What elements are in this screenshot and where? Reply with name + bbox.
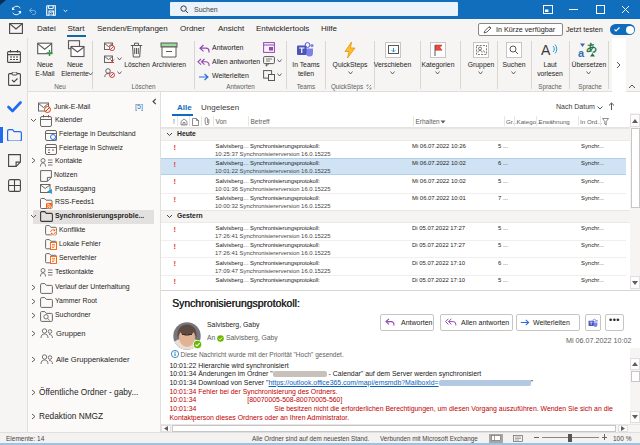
svg-text:A: A xyxy=(541,42,551,58)
svg-text:a: a xyxy=(578,47,585,59)
svg-text:あ: あ xyxy=(586,41,597,53)
